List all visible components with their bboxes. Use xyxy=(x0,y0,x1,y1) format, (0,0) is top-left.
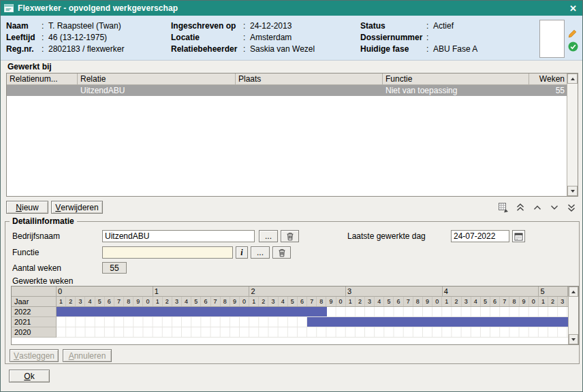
move-first-button[interactable] xyxy=(515,202,526,213)
field-colon: : xyxy=(243,44,250,55)
week-number: 1 xyxy=(153,297,163,306)
functie-browse-button[interactable]: ... xyxy=(251,246,270,259)
field-colon: : xyxy=(426,32,433,44)
gewerkt-bij-table: Relatienum... Relatie Plaats Functie Wek… xyxy=(6,73,578,197)
week-number: 0 xyxy=(336,297,346,306)
triangle-up-icon xyxy=(571,78,575,80)
column-header-relatienummer[interactable]: Relatienum... xyxy=(7,74,78,84)
column-header-plaats[interactable]: Plaats xyxy=(236,74,383,84)
week-number: 4 xyxy=(279,297,288,306)
move-down-button[interactable] xyxy=(549,202,560,213)
week-number: 0 xyxy=(529,297,539,306)
annuleren-button[interactable]: Annuleren xyxy=(63,349,112,362)
year-label: 2021 xyxy=(12,317,57,327)
weeks-track[interactable] xyxy=(57,307,568,317)
calendar-button[interactable] xyxy=(512,230,525,242)
grid-export-icon xyxy=(499,203,509,213)
info-column-1: Naam:T. Raapsteel (Twan) Leeftijd:46 (13… xyxy=(6,20,124,55)
field-label: Relatiebeheerder xyxy=(171,44,243,55)
move-up-button[interactable] xyxy=(532,202,543,213)
week-number: 2 xyxy=(356,297,365,306)
button-label-rest: erwijderen xyxy=(61,203,98,212)
weeks-track[interactable] xyxy=(57,327,568,338)
verwijderen-button[interactable]: Verwijderen xyxy=(51,201,103,214)
decade-label: 3 xyxy=(346,287,443,296)
scroll-up-button[interactable] xyxy=(569,287,578,297)
decade-label: 0 xyxy=(57,287,153,296)
vastleggen-button[interactable]: Vastleggen xyxy=(10,349,59,362)
week-number: 5 xyxy=(384,297,394,306)
bedrijfsnaam-label: Bedrijfsnaam xyxy=(12,230,60,242)
button-label-key: N xyxy=(16,203,22,212)
week-number: 9 xyxy=(326,297,336,306)
week-number: 6 xyxy=(105,297,114,306)
field-colon: : xyxy=(426,44,433,55)
year-label: 2022 xyxy=(12,307,57,317)
scroll-down-button[interactable] xyxy=(567,186,578,196)
detail-section-label: Detailinformatie xyxy=(10,216,77,226)
photo-placeholder xyxy=(539,20,565,58)
info-column-2: Ingeschreven op:24-12-2013 Locatie:Amste… xyxy=(171,20,315,55)
table-row-selected[interactable]: UitzendABU Niet van toepassing 55 xyxy=(7,85,567,96)
cell-functie: Niet van toepassing xyxy=(383,85,529,96)
scroll-up-button[interactable] xyxy=(567,74,578,84)
functie-input[interactable] xyxy=(102,246,233,259)
aantal-weken-input[interactable] xyxy=(102,262,127,274)
column-header-relatie[interactable]: Relatie xyxy=(78,74,236,84)
field-colon: : xyxy=(42,32,48,44)
button-label-key: O xyxy=(24,372,30,381)
button-label-rest: k xyxy=(31,372,35,381)
week-number: 1 xyxy=(57,297,66,306)
week-number: 0 xyxy=(240,297,249,306)
week-number: 1 xyxy=(249,297,259,306)
close-button[interactable]: ✕ xyxy=(569,4,577,13)
field-label: Leeftijd xyxy=(6,32,42,44)
week-grid-rows: 202220212020 xyxy=(12,307,568,338)
year-row: 2022 xyxy=(12,307,568,317)
export-grid-button[interactable] xyxy=(498,202,509,213)
week-grid-scrollbar[interactable] xyxy=(568,287,578,344)
scroll-down-button[interactable] xyxy=(569,334,578,344)
button-label-key: A xyxy=(69,351,74,361)
jaar-corner-cell: Jaar xyxy=(12,297,57,307)
laatste-dag-input[interactable] xyxy=(451,230,509,242)
column-header-weken[interactable]: Weken xyxy=(529,74,567,84)
week-grid-inner: 012345 Jaar 1234567890123456789012345678… xyxy=(12,287,568,344)
week-number: 2 xyxy=(548,297,558,306)
week-number: 0 xyxy=(143,297,153,306)
ok-button[interactable]: Ok xyxy=(9,370,50,382)
info-icon: i xyxy=(240,248,242,258)
bedrijfsnaam-delete-button[interactable] xyxy=(281,230,299,242)
button-label-key: V xyxy=(14,351,19,361)
field-value: 46 (13-12-1975) xyxy=(48,32,124,44)
chevron-down-icon xyxy=(550,205,558,210)
functie-info-button[interactable]: i xyxy=(236,246,248,259)
week-number: 8 xyxy=(413,297,423,306)
field-colon: : xyxy=(42,44,48,55)
triangle-up-icon xyxy=(571,291,576,293)
week-number: 7 xyxy=(211,297,221,306)
field-colon: : xyxy=(426,20,433,32)
window-icon xyxy=(4,4,14,12)
cell-relatienummer xyxy=(7,85,78,96)
week-number: 2 xyxy=(452,297,461,306)
button-label-key: V xyxy=(55,203,61,212)
move-last-button[interactable] xyxy=(566,202,577,213)
bedrijfsnaam-input[interactable] xyxy=(102,230,255,242)
field-label: Status xyxy=(360,20,426,32)
field-value: 2802183 / flexwerker xyxy=(48,44,124,55)
week-number: 4 xyxy=(471,297,481,306)
week-number: 9 xyxy=(133,297,143,306)
bedrijfsnaam-browse-button[interactable]: ... xyxy=(259,230,278,242)
weeks-track[interactable] xyxy=(57,317,568,327)
functie-delete-button[interactable] xyxy=(272,246,291,259)
nieuw-button[interactable]: Nieuw xyxy=(6,201,48,214)
button-label-rest: astleggen xyxy=(19,351,54,361)
week-number: 1 xyxy=(539,297,548,306)
field-value: Actief xyxy=(433,20,477,32)
week-number: 5 xyxy=(288,297,298,306)
trash-icon xyxy=(286,232,294,241)
table-scrollbar[interactable] xyxy=(567,74,578,196)
week-number: 6 xyxy=(394,297,403,306)
column-header-functie[interactable]: Functie xyxy=(383,74,529,84)
